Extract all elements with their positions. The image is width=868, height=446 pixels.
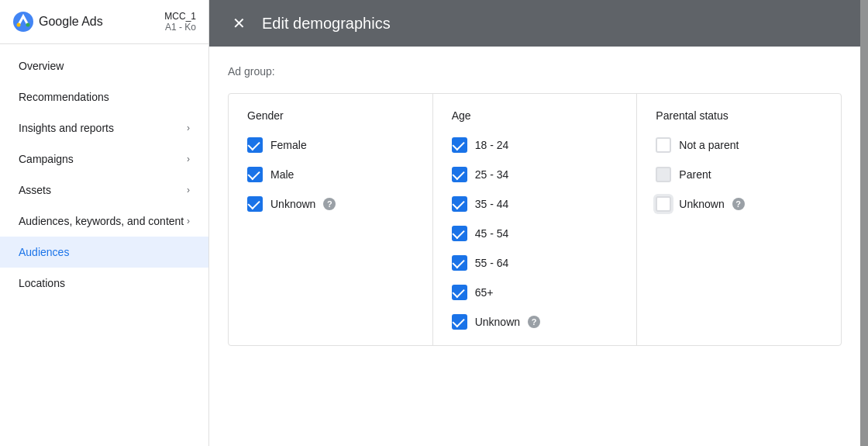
sidebar-item-audiences-keywords[interactable]: Audiences, keywords, and content › [0, 206, 208, 237]
age-25-34-label: 25 - 34 [475, 168, 509, 181]
main-area: ✕ Edit demographics Ad group: Gender Fem… [209, 0, 868, 446]
age-45-54-checkbox[interactable] [452, 226, 467, 241]
close-button[interactable]: ✕ [228, 12, 250, 34]
google-ads-logo-icon [12, 11, 34, 33]
parental-unknown-label: Unknown [679, 198, 724, 210]
demographics-grid: Gender Female Male Unknown ? [228, 93, 842, 346]
age-55-64-row: 55 - 64 [452, 255, 618, 271]
age-18-24-label: 18 - 24 [475, 139, 509, 151]
ad-group-label: Ad group: [228, 65, 842, 78]
google-ads-logo: Google Ads [12, 11, 103, 33]
age-35-44-row: 35 - 44 [452, 196, 618, 212]
age-45-54-label: 45 - 54 [475, 227, 509, 240]
modal-overlay: ✕ Edit demographics Ad group: Gender Fem… [209, 0, 868, 446]
svg-point-2 [26, 23, 30, 27]
age-header: Age [452, 109, 618, 122]
age-25-34-row: 25 - 34 [452, 167, 618, 182]
account-sub: A1 - Ko [164, 22, 196, 33]
parent-row: Parent [656, 167, 822, 182]
chevron-icon: › [187, 154, 190, 164]
account-info: MCC_1 A1 - Ko [164, 11, 196, 33]
gender-unknown-checkbox[interactable] [247, 196, 263, 212]
not-a-parent-label: Not a parent [679, 139, 739, 151]
male-label: Male [270, 168, 294, 181]
sidebar-item-locations[interactable]: Locations [0, 268, 208, 299]
age-65-plus-label: 65+ [475, 286, 494, 299]
gender-male-row: Male [247, 167, 414, 182]
age-18-24-row: 18 - 24 [452, 137, 618, 153]
parent-checkbox[interactable] [656, 167, 671, 182]
age-unknown-label: Unknown [475, 316, 520, 328]
age-column: Age 18 - 24 25 - 34 35 - 44 [433, 94, 638, 345]
gender-female-row: Female [247, 137, 414, 153]
gender-unknown-row: Unknown ? [247, 196, 414, 212]
age-65-plus-checkbox[interactable] [452, 285, 467, 300]
parental-unknown-row: Unknown ? [656, 196, 822, 212]
gender-unknown-help-icon[interactable]: ? [323, 198, 336, 210]
chevron-icon: › [187, 123, 190, 133]
sidebar-item-audiences[interactable]: Audiences [0, 237, 208, 268]
parental-unknown-checkbox[interactable] [656, 196, 671, 212]
modal-body: Ad group: Gender Female Male [209, 47, 860, 446]
not-a-parent-row: Not a parent [656, 137, 822, 153]
parental-status-header: Parental status [656, 109, 822, 122]
sidebar-item-recommendations[interactable]: Recommendations [0, 81, 208, 112]
edit-demographics-modal: ✕ Edit demographics Ad group: Gender Fem… [209, 0, 860, 446]
gender-column: Gender Female Male Unknown ? [229, 94, 433, 345]
account-mcc: MCC_1 [164, 11, 196, 22]
svg-point-1 [17, 23, 21, 27]
sidebar-item-assets[interactable]: Assets › [0, 175, 208, 206]
age-25-34-checkbox[interactable] [452, 167, 467, 182]
age-35-44-label: 35 - 44 [475, 198, 509, 210]
modal-title: Edit demographics [262, 15, 391, 33]
age-unknown-help-icon[interactable]: ? [528, 316, 540, 328]
nav-items: Overview Recommendations Insights and re… [0, 44, 208, 446]
logo-text: Google Ads [39, 15, 103, 29]
age-unknown-row: Unknown ? [452, 314, 618, 330]
age-55-64-checkbox[interactable] [452, 255, 467, 271]
sidebar-header: Google Ads MCC_1 A1 - Ko [0, 0, 208, 44]
parent-label: Parent [679, 168, 711, 181]
age-45-54-row: 45 - 54 [452, 226, 618, 241]
female-label: Female [270, 139, 307, 151]
chevron-icon: › [187, 216, 190, 226]
male-checkbox[interactable] [247, 167, 263, 182]
age-35-44-checkbox[interactable] [452, 196, 467, 212]
parental-unknown-help-icon[interactable]: ? [732, 198, 745, 210]
sidebar-item-campaigns[interactable]: Campaigns › [0, 143, 208, 175]
age-unknown-checkbox[interactable] [452, 314, 467, 330]
age-55-64-label: 55 - 64 [475, 257, 509, 269]
not-a-parent-checkbox[interactable] [656, 137, 671, 153]
sidebar-item-insights[interactable]: Insights and reports › [0, 112, 208, 143]
gender-unknown-label: Unknown [270, 198, 315, 210]
sidebar-item-overview[interactable]: Overview [0, 50, 208, 81]
age-65-plus-row: 65+ [452, 285, 618, 300]
female-checkbox[interactable] [247, 137, 263, 153]
gender-header: Gender [247, 109, 414, 122]
modal-header: ✕ Edit demographics [209, 0, 860, 47]
chevron-icon: › [187, 185, 190, 195]
parental-status-column: Parental status Not a parent Parent Unkn… [637, 94, 841, 345]
sidebar: Google Ads MCC_1 A1 - Ko Overview Recomm… [0, 0, 209, 446]
age-18-24-checkbox[interactable] [452, 137, 467, 153]
